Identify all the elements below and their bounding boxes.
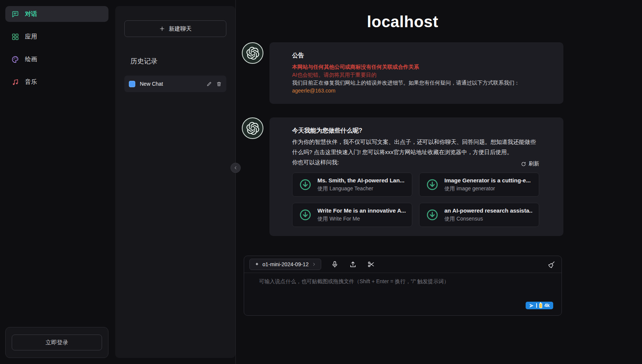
composer: o1-mini-2024-09-12 [244, 256, 562, 316]
plus-icon [159, 26, 165, 32]
model-name: o1-mini-2024-09-12 [263, 261, 309, 267]
refresh-icon [521, 161, 526, 167]
clear-context-button[interactable] [548, 260, 556, 268]
message-input[interactable] [259, 278, 552, 310]
sidebar-item-label: 应用 [25, 33, 37, 41]
badge-divider [536, 303, 537, 308]
announcement-line: AI也会犯错。请勿将其用于重要目的 [292, 71, 539, 79]
suggestion-subtitle: 使用 image generator [444, 185, 531, 192]
prompt-circle-icon [299, 208, 312, 222]
scissors-icon [367, 261, 375, 268]
microphone-button[interactable] [331, 260, 339, 268]
assistant-avatar [242, 117, 263, 139]
suggestion-subtitle: 使用 Consensus [444, 216, 533, 222]
login-card: 立即登录 [5, 327, 108, 358]
prompt-circle-icon [425, 208, 439, 222]
chat-bubble-icon [11, 10, 19, 18]
chat-area: localhost 公告 本网站与任何其他公司或商标没有任何关联或合作关系 AI… [236, 0, 642, 364]
sidebar-item-music[interactable]: 音乐 [5, 74, 108, 90]
composer-body: 4k [244, 273, 562, 315]
page-title: localhost [242, 13, 563, 31]
microphone-icon [331, 261, 339, 268]
suggestion-card[interactable]: Write For Me is an innovative A... 使用 Wr… [292, 203, 412, 227]
announcement-line: 我们目前正在修复我们网站上的错误并改进细节。如果您有任何疑问，请通过以下方式联系… [292, 79, 539, 87]
suggestion-subtitle: 使用 Write For Me [317, 216, 406, 222]
contact-email-link[interactable]: ageerle@163.com [292, 87, 336, 95]
history-title: 历史记录 [130, 57, 226, 66]
history-item-title: New Chat [140, 81, 163, 87]
app-sidebar: 对话 应用 绘画 音乐 立即登录 [0, 0, 115, 364]
welcome-message: 今天我能为您做些什么呢? 作为你的智慧伙伴，我不仅可以写文案、出点子，还可以和你… [269, 117, 563, 236]
suggestion-title: Ms. Smith, the AI-powered Lan... [317, 177, 404, 184]
suggestion-title: an AI-powered research assista... [444, 207, 533, 214]
openai-logo-icon [246, 47, 259, 60]
welcome-body: 作为你的智慧伙伴，我不仅可以写文案、出点子，还可以和你聊天、回答问题。想知道我还… [292, 137, 539, 157]
paper-plane-icon [529, 303, 534, 308]
ask-line: 你也可以这样问我: [292, 157, 339, 167]
suggestion-title: Image Generator is a cutting-e... [444, 177, 531, 184]
new-chat-button[interactable]: 新建聊天 [124, 20, 226, 37]
sidebar-item-chat[interactable]: 对话 [5, 6, 108, 22]
screenshot-button[interactable] [367, 260, 376, 268]
assistant-avatar [242, 42, 263, 64]
message-row: 公告 本网站与任何其他公司或商标没有任何关联或合作关系 AI也会犯错。请勿将其用… [242, 42, 563, 104]
upload-button[interactable] [349, 260, 357, 268]
new-chat-label: 新建聊天 [169, 25, 192, 32]
chevron-right-icon [312, 262, 316, 267]
prompt-circle-icon [425, 178, 439, 191]
music-note-icon [11, 78, 19, 86]
ask-row: 你也可以这样问我: 刷新 [292, 157, 539, 167]
sparkle-icon [254, 262, 260, 267]
history-panel: 新建聊天 历史记录 New Chat [115, 6, 235, 358]
apps-grid-icon [11, 33, 19, 41]
welcome-heading: 今天我能为您做些什么呢? [292, 126, 539, 134]
broom-icon [548, 261, 555, 268]
refresh-label: 刷新 [529, 160, 539, 167]
battery-icon [539, 303, 542, 308]
delete-icon[interactable] [216, 81, 222, 87]
suggestion-grid: Ms. Smith, the AI-powered Lan... 使用 Lang… [292, 173, 539, 227]
suggestion-card[interactable]: Image Generator is a cutting-e... 使用 ima… [419, 173, 539, 197]
history-list-item[interactable]: New Chat [124, 76, 226, 92]
sidebar-item-paint[interactable]: 绘画 [5, 51, 108, 67]
suggestion-subtitle: 使用 Language Teacher [317, 185, 404, 192]
sidebar-item-label: 绘画 [25, 56, 37, 63]
announcement-line: 本网站与任何其他公司或商标没有任何关联或合作关系 [292, 63, 539, 71]
collapse-panel-button[interactable] [231, 163, 241, 173]
refresh-suggestions-button[interactable]: 刷新 [521, 160, 539, 167]
history-item-actions [206, 81, 222, 87]
announcement-message: 公告 本网站与任何其他公司或商标没有任何关联或合作关系 AI也会犯错。请勿将其用… [269, 42, 563, 104]
openai-logo-icon [246, 122, 259, 135]
send-token-badge[interactable]: 4k [526, 302, 553, 309]
announcement-heading: 公告 [292, 51, 539, 59]
composer-toolbar: o1-mini-2024-09-12 [244, 256, 562, 273]
upload-icon [349, 261, 357, 268]
token-count: 4k [545, 303, 550, 308]
chat-color-icon [129, 81, 135, 87]
sidebar-item-apps[interactable]: 应用 [5, 29, 108, 45]
palette-icon [11, 56, 19, 63]
message-row: 今天我能为您做些什么呢? 作为你的智慧伙伴，我不仅可以写文案、出点子，还可以和你… [242, 117, 563, 236]
model-selector[interactable]: o1-mini-2024-09-12 [249, 259, 321, 270]
suggestion-card[interactable]: Ms. Smith, the AI-powered Lan... 使用 Lang… [292, 173, 412, 197]
sidebar-item-label: 音乐 [25, 78, 37, 86]
prompt-circle-icon [299, 178, 312, 191]
suggestion-title: Write For Me is an innovative A... [317, 207, 406, 214]
chat-main: localhost 公告 本网站与任何其他公司或商标没有任何关联或合作关系 AI… [235, 0, 642, 364]
login-button[interactable]: 立即登录 [12, 335, 102, 350]
sidebar-item-label: 对话 [25, 10, 37, 18]
edit-icon[interactable] [206, 81, 212, 87]
suggestion-card[interactable]: an AI-powered research assista... 使用 Con… [419, 203, 539, 227]
